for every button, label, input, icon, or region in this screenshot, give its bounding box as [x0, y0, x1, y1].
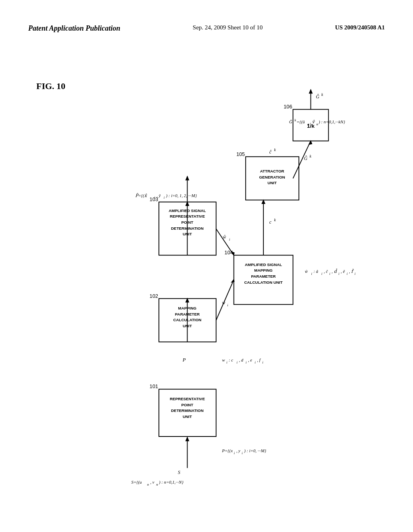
diagram-svg: REPRESENTATIVE POINT DETERMINATION UNIT …	[52, 49, 407, 532]
svg-marker-34	[186, 436, 190, 441]
svg-text:, f: , f	[257, 357, 261, 362]
svg-line-56	[216, 280, 234, 320]
svg-text:REPRESENTATIVE: REPRESENTATIVE	[170, 397, 205, 401]
svg-text:i: i	[164, 195, 165, 200]
svg-text:w: w	[222, 300, 225, 305]
svg-text:P={(x: P={(x	[221, 448, 233, 453]
svg-text:n: n	[308, 122, 310, 126]
svg-text:k: k	[274, 148, 276, 152]
svg-text:k: k	[321, 92, 323, 97]
svg-text:i: i	[329, 272, 330, 276]
svg-text:Ĝ: Ĝ	[289, 119, 292, 124]
content-area: FIG. 10 REPRESENTATIVE POINT DETERMINATI…	[28, 49, 385, 500]
svg-text:POINT: POINT	[181, 403, 193, 407]
svg-text:, v: , v	[150, 480, 154, 484]
svg-text:i: i	[338, 272, 340, 276]
sheet-info: Sep. 24, 2009 Sheet 10 of 10	[193, 24, 263, 31]
svg-text:i: i	[227, 303, 228, 307]
svg-text:ĉ: ĉ	[269, 150, 272, 155]
svg-text:i: i	[262, 360, 263, 364]
svg-text:102: 102	[150, 293, 158, 299]
svg-text:CALCULATION UNIT: CALCULATION UNIT	[244, 280, 282, 285]
publication-title: Patent Application Publication	[28, 24, 120, 33]
svg-text:106: 106	[284, 104, 292, 110]
page: Patent Application Publication Sep. 24, …	[0, 0, 413, 532]
svg-text:, v̂: , v̂	[310, 119, 315, 124]
svg-text:AMPLIFIED SIGNAL: AMPLIFIED SIGNAL	[245, 262, 282, 267]
svg-text:: c: : c	[229, 357, 233, 362]
svg-text:, ê: , ê	[341, 269, 345, 274]
svg-text:: â: : â	[313, 269, 318, 274]
svg-text:c: c	[269, 220, 272, 225]
svg-text:k: k	[274, 218, 276, 222]
svg-text:ŵ: ŵ	[305, 269, 308, 274]
svg-marker-95	[309, 89, 313, 94]
svg-text:101: 101	[150, 383, 158, 389]
svg-text:={(û: ={(û	[296, 119, 305, 125]
svg-text:) : n=0,1,···kN}: ) : n=0,1,···kN}	[318, 119, 345, 125]
svg-text:P̂={(x̂: P̂={(x̂	[135, 193, 147, 198]
svg-text:UNIT: UNIT	[183, 414, 192, 419]
svg-text:i: i	[234, 451, 235, 455]
svg-text:GENERATION: GENERATION	[259, 175, 285, 179]
svg-text:ŵ: ŵ	[223, 235, 226, 240]
svg-text:, y: , y	[236, 448, 240, 453]
svg-text:i: i	[229, 237, 230, 241]
svg-text:Ĝ: Ĝ	[304, 156, 308, 161]
svg-text:i: i	[237, 360, 238, 364]
svg-text:MAPPING: MAPPING	[254, 268, 273, 272]
svg-text:) : i=0, 1, 2, ···M}: ) : i=0, 1, 2, ···M}	[166, 193, 197, 198]
svg-text:i: i	[226, 360, 227, 364]
svg-text:ATTRACTOR: ATTRACTOR	[260, 169, 284, 173]
svg-text:DETERMINATION: DETERMINATION	[171, 408, 204, 413]
svg-text:n: n	[316, 122, 318, 126]
svg-text:PARAMETER: PARAMETER	[251, 274, 276, 278]
svg-text:) : i=0, ···M}: ) : i=0, ···M}	[244, 448, 267, 453]
svg-text:i: i	[242, 451, 243, 455]
svg-text:, d̂: , d̂	[332, 268, 337, 274]
svg-text:, ŷ: , ŷ	[156, 193, 161, 198]
svg-text:i: i	[246, 360, 247, 364]
svg-text:n: n	[156, 482, 158, 486]
patent-number: US 2009/240508 A1	[335, 24, 385, 31]
svg-text:105: 105	[236, 151, 245, 157]
svg-text:UNIT: UNIT	[267, 181, 277, 185]
svg-text:w: w	[222, 357, 225, 362]
svg-text:i: i	[321, 272, 323, 276]
svg-text:, f̂: , f̂	[349, 268, 354, 274]
svg-text:S={(u: S={(u	[131, 480, 142, 485]
svg-text:i: i	[355, 272, 356, 276]
svg-text:P: P	[182, 357, 186, 363]
svg-text:, ĉ: , ĉ	[324, 269, 328, 274]
svg-text:i: i	[346, 272, 348, 276]
svg-text:i: i	[311, 272, 312, 276]
svg-text:i: i	[255, 360, 256, 364]
svg-text:, d: , d	[239, 357, 243, 362]
svg-text:, e: , e	[248, 357, 252, 362]
svg-text:k: k	[310, 154, 312, 158]
header: Patent Application Publication Sep. 24, …	[28, 24, 385, 37]
svg-marker-108	[186, 176, 190, 181]
svg-text:) : n=0,1,···N}: ) : n=0,1,···N}	[159, 480, 184, 485]
svg-text:Ĝ: Ĝ	[316, 94, 319, 100]
svg-text:S: S	[178, 470, 180, 475]
svg-text:n: n	[147, 482, 149, 486]
